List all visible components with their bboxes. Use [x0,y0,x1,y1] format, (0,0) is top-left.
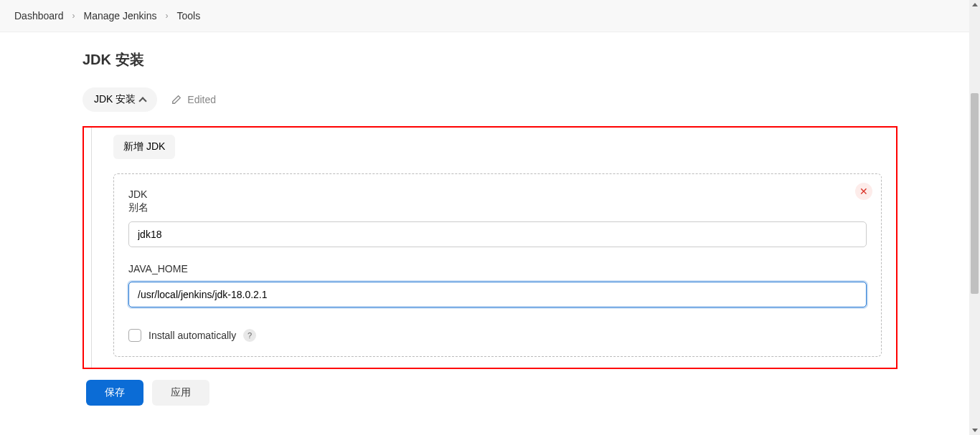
breadcrumb-dashboard[interactable]: Dashboard [14,10,64,21]
install-auto-label: Install automatically [149,330,236,341]
alias-label: 别名 [128,201,867,214]
remove-jdk-button[interactable]: ✕ [855,183,872,200]
scroll-thumb[interactable] [971,93,979,294]
chevron-right-icon: › [165,11,168,21]
scroll-up-arrow-icon [972,3,978,6]
help-icon[interactable]: ? [243,329,256,342]
add-jdk-button[interactable]: 新增 JDK [113,135,175,159]
edited-indicator: Edited [171,94,216,105]
scrollbar[interactable] [969,0,980,435]
java-home-label: JAVA_HOME [128,263,867,274]
java-home-input[interactable] [128,282,867,307]
apply-button[interactable]: 应用 [152,380,209,406]
save-button[interactable]: 保存 [86,380,143,406]
alias-input[interactable] [128,221,867,247]
chevron-right-icon: › [72,11,75,21]
pencil-icon [171,95,182,105]
breadcrumb-manage-jenkins[interactable]: Manage Jenkins [84,10,157,21]
breadcrumb-tools[interactable]: Tools [176,10,200,21]
scroll-down-arrow-icon [972,429,978,432]
edited-label: Edited [187,94,216,105]
install-auto-checkbox[interactable] [128,329,141,342]
highlighted-region: 新增 JDK ✕ JDK 别名 JAVA_HOME Install automa… [83,126,897,369]
close-icon: ✕ [859,186,868,196]
jdk-entry: ✕ JDK 别名 JAVA_HOME Install automatically… [113,173,882,357]
section-collapse-label: JDK 安装 [94,93,136,106]
chevron-up-icon [139,97,147,105]
page-title: JDK 安装 [83,50,897,70]
jdk-label: JDK [128,188,867,200]
breadcrumb: Dashboard › Manage Jenkins › Tools [0,0,980,32]
section-collapse-button[interactable]: JDK 安装 [83,87,157,112]
